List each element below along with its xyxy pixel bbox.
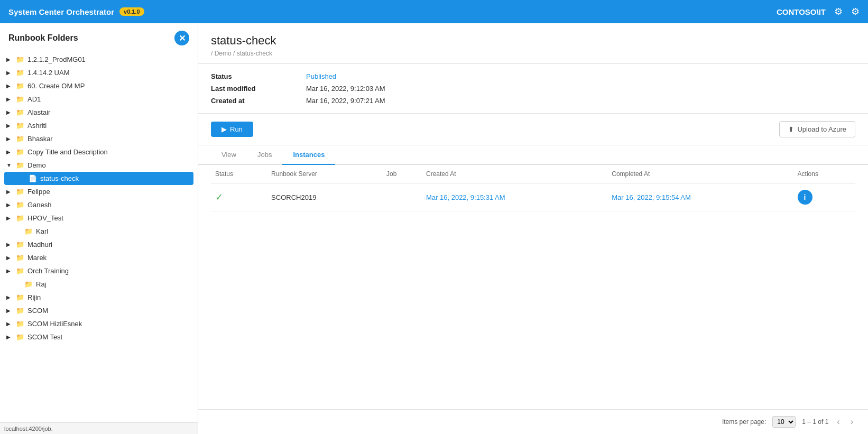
sidebar-item-f9[interactable]: ▼📁Demo <box>0 159 198 172</box>
pagination: Items per page: 10 25 50 1 – 1 of 1 ‹ › <box>198 409 868 434</box>
chevron-icon: ▶ <box>6 308 13 313</box>
sidebar-item-f13[interactable]: 📁Karl <box>0 225 198 238</box>
prev-page-button[interactable]: ‹ <box>835 417 842 427</box>
sidebar-item-f4[interactable]: ▶📁AD1 <box>0 93 198 106</box>
folder-icon: 📁 <box>16 122 24 130</box>
folder-icon: 📁 <box>16 82 24 90</box>
sidebar-item-f16[interactable]: ▶📁Orch Training <box>0 264 198 278</box>
upload-icon: ⬆ <box>788 125 794 133</box>
upload-to-azure-button[interactable]: ⬆ Upload to Azure <box>779 121 855 137</box>
th-completed-at: Completed At <box>607 165 793 183</box>
gear-icon[interactable]: ⚙ <box>851 6 860 17</box>
action-bar: ▶ Run ⬆ Upload to Azure <box>198 114 868 145</box>
folder-icon: 📁 <box>16 56 24 63</box>
folder-icon: 📁 <box>16 333 24 341</box>
folder-label: Madhuri <box>27 241 52 248</box>
sidebar-item-f19[interactable]: ▶📁SCOM <box>0 304 198 317</box>
created-at-value: Mar 16, 2022, 9:07:21 AM <box>306 97 855 105</box>
folder-label: AD1 <box>27 95 41 103</box>
folder-label: HPOV_Test <box>27 214 63 222</box>
table-row: ✓SCORCH2019Mar 16, 2022, 9:15:31 AMMar 1… <box>211 183 855 211</box>
run-play-icon: ▶ <box>221 125 227 133</box>
status-label: Status <box>211 72 306 80</box>
sidebar-item-f20[interactable]: ▶📁SCOM HizliEsnek <box>0 317 198 330</box>
info-button[interactable]: i <box>798 190 812 205</box>
chevron-icon: ▶ <box>6 70 13 76</box>
sidebar-item-f1[interactable]: ▶📁1.2.1.2_ProdMG01 <box>0 53 198 66</box>
cell-actions: i <box>793 183 855 211</box>
sidebar-close-button[interactable]: ✕ <box>174 31 189 45</box>
folder-label: Marek <box>27 254 47 262</box>
table-section: StatusRunbook ServerJobCreated AtComplet… <box>198 165 868 409</box>
folder-label: SCOM <box>27 307 48 315</box>
tab-instances[interactable]: Instances <box>282 145 335 165</box>
breadcrumb: / Demo / status-check <box>211 50 855 57</box>
runbook-title: status-check <box>211 34 855 48</box>
status-value: Published <box>306 72 855 80</box>
items-per-page-label: Items per page: <box>722 418 766 426</box>
sidebar-item-f12[interactable]: ▶📁HPOV_Test <box>0 211 198 225</box>
page-range-label: 1 – 1 of 1 <box>802 418 828 426</box>
sidebar-item-f17[interactable]: 📁Raj <box>0 278 198 291</box>
chevron-icon: ▶ <box>6 109 13 115</box>
upload-button-label: Upload to Azure <box>797 125 846 133</box>
tab-jobs[interactable]: Jobs <box>247 145 282 165</box>
settings-icon[interactable]: ⚙ <box>834 6 843 17</box>
cell-status: ✓ <box>211 183 267 211</box>
cell-runbook-server: SCORCH2019 <box>267 183 382 211</box>
folder-label: SCOM HizliEsnek <box>27 320 82 328</box>
chevron-icon: ▶ <box>6 149 13 155</box>
header-right: CONTOSO\IT ⚙ ⚙ <box>777 6 860 17</box>
sidebar-item-f5[interactable]: ▶📁Alastair <box>0 106 198 119</box>
tab-view[interactable]: View <box>211 145 247 165</box>
th-job: Job <box>382 165 422 183</box>
folder-icon: 📁 <box>24 280 33 288</box>
run-button[interactable]: ▶ Run <box>211 122 253 137</box>
sidebar-header: Runbook Folders ✕ <box>0 23 198 51</box>
folder-icon: 📁 <box>16 201 24 209</box>
sidebar-item-f3[interactable]: ▶📁60. Create OM MP <box>0 79 198 93</box>
chevron-icon: ▶ <box>6 57 13 62</box>
folder-label: Copy Title and Description <box>27 148 108 156</box>
folder-label: Felippe <box>27 188 50 196</box>
folder-label: Ganesh <box>27 201 52 209</box>
folder-label: Orch Training <box>27 267 69 275</box>
chevron-icon: ▶ <box>6 189 13 195</box>
sidebar-item-f15[interactable]: ▶📁Marek <box>0 251 198 264</box>
created-at-label: Created at <box>211 97 306 105</box>
main-header: status-check / Demo / status-check <box>198 23 868 64</box>
sidebar-item-f8[interactable]: ▶📁Copy Title and Description <box>0 145 198 159</box>
folder-label: Demo <box>27 161 46 169</box>
th-status: Status <box>211 165 267 183</box>
folder-icon: 📁 <box>16 161 24 169</box>
sidebar-item-f2[interactable]: ▶📁1.4.14.2 UAM <box>0 66 198 79</box>
chevron-icon: ▶ <box>6 202 13 208</box>
sidebar-item-f14[interactable]: ▶📁Madhuri <box>0 238 198 251</box>
sidebar-item-f7[interactable]: ▶📁Bhaskar <box>0 132 198 145</box>
company-name: CONTOSO\IT <box>777 7 826 16</box>
folder-icon: 📁 <box>16 293 24 301</box>
sidebar-item-f18[interactable]: ▶📁Rijin <box>0 291 198 304</box>
sidebar-item-f9a[interactable]: 📄status-check <box>4 172 193 185</box>
folder-label: Alastair <box>27 108 50 116</box>
folder-icon: 📁 <box>16 148 24 156</box>
chevron-icon: ▶ <box>6 294 13 300</box>
next-page-button[interactable]: › <box>848 417 855 427</box>
sidebar-item-f10[interactable]: ▶📁Felippe <box>0 185 198 198</box>
instances-table: StatusRunbook ServerJobCreated AtComplet… <box>211 165 855 211</box>
sidebar: Runbook Folders ✕ ▶📁1.2.1.2_ProdMG01▶📁1.… <box>0 23 198 434</box>
file-icon: 📄 <box>29 174 37 182</box>
sidebar-item-f11[interactable]: ▶📁Ganesh <box>0 198 198 211</box>
folder-icon: 📁 <box>16 69 24 77</box>
sidebar-item-f6[interactable]: ▶📁Ashriti <box>0 119 198 132</box>
items-per-page-select[interactable]: 10 25 50 <box>772 416 796 428</box>
th-runbook-server: Runbook Server <box>267 165 382 183</box>
cell-created-at: Mar 16, 2022, 9:15:31 AM <box>422 183 607 211</box>
chevron-icon: ▶ <box>6 215 13 221</box>
chevron-icon: ▶ <box>6 136 13 142</box>
folder-icon: 📁 <box>16 108 24 116</box>
folder-icon: 📁 <box>16 214 24 222</box>
sidebar-item-f21[interactable]: ▶📁SCOM Test <box>0 330 198 344</box>
sidebar-list: ▶📁1.2.1.2_ProdMG01▶📁1.4.14.2 UAM▶📁60. Cr… <box>0 51 198 422</box>
folder-label: Ashriti <box>27 122 47 130</box>
